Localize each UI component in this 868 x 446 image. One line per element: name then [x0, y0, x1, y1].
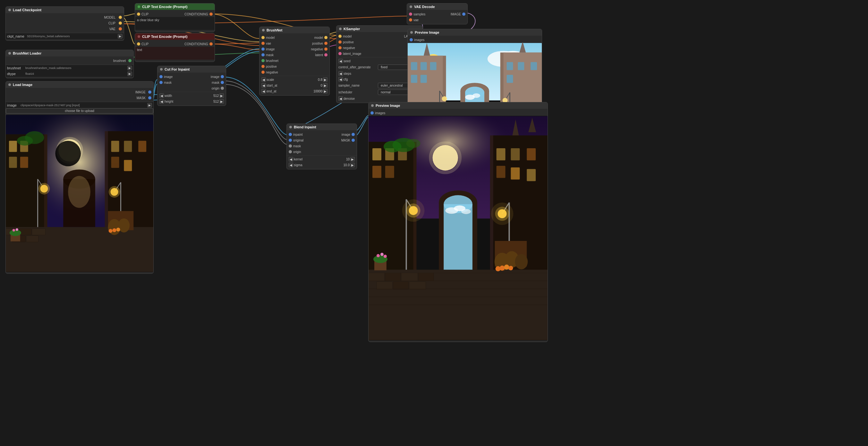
- bn-brushnet-in[interactable]: [261, 59, 265, 62]
- clip-in-label: CLIP: [142, 12, 175, 16]
- vd-image-out[interactable]: [462, 12, 465, 16]
- steps-minus[interactable]: ◀: [338, 71, 343, 76]
- vd-vae-in[interactable]: [409, 18, 412, 22]
- brushnet-out-port[interactable]: [128, 59, 131, 62]
- mask-out-port[interactable]: [148, 96, 151, 99]
- bn-model-in[interactable]: [261, 36, 265, 39]
- kernel-minus[interactable]: ◀: [289, 157, 293, 161]
- svg-rect-109: [372, 166, 381, 178]
- vd-samples-row: samples IMAGE: [407, 11, 467, 17]
- svg-point-158: [380, 253, 384, 256]
- ks-model-in[interactable]: [338, 35, 342, 38]
- bi-original-in[interactable]: [289, 139, 292, 142]
- bn-negative-label: negative: [266, 70, 328, 74]
- image-browse-btn[interactable]: ▶: [147, 103, 152, 108]
- sigma-minus[interactable]: ◀: [289, 163, 293, 167]
- clip-encode-2-body: CLIP CONDITIONING text: [135, 40, 215, 62]
- svg-point-37: [117, 228, 120, 232]
- cfi-mask-out-label: mask: [192, 81, 220, 84]
- height-minus[interactable]: ◀: [159, 99, 164, 103]
- vae-port-out[interactable]: [119, 27, 122, 30]
- conditioning-out-port-2[interactable]: [210, 42, 213, 46]
- svg-point-80: [442, 96, 447, 101]
- svg-rect-54: [411, 62, 417, 70]
- ks-negative-in[interactable]: [338, 46, 342, 50]
- svg-point-153: [496, 266, 501, 271]
- cfi-image-out[interactable]: [221, 75, 224, 78]
- bn-positive-out[interactable]: [324, 42, 328, 45]
- kernel-plus[interactable]: ▶: [350, 157, 355, 161]
- ks-positive-in[interactable]: [338, 40, 342, 43]
- scheduler-label: scheduler: [338, 90, 378, 94]
- clip-in-port[interactable]: [137, 12, 140, 16]
- positive-prompt-textarea[interactable]: a clear blue sky: [135, 17, 215, 30]
- dtype-label: dtype: [7, 72, 25, 76]
- cfg-minus[interactable]: ◀: [338, 77, 343, 82]
- svg-rect-9: [20, 156, 28, 168]
- clip-port-out[interactable]: [119, 22, 122, 25]
- brushnet-browse-btn[interactable]: ▶: [127, 66, 132, 70]
- end-at-plus[interactable]: ▶: [323, 89, 328, 93]
- start-at-plus[interactable]: ▶: [323, 83, 328, 88]
- bi-mask-out[interactable]: [351, 139, 355, 142]
- brushnet-loader-header: BrushNet Loader: [6, 50, 133, 57]
- brushnet-out-row: brushnet: [6, 58, 133, 63]
- svg-point-22: [38, 183, 50, 195]
- choose-file-btn[interactable]: choose file to upload: [6, 108, 153, 114]
- start-at-minus[interactable]: ◀: [261, 83, 266, 88]
- negative-prompt-textarea[interactable]: text: [135, 47, 215, 60]
- svg-point-112: [384, 141, 402, 152]
- height-plus[interactable]: ▶: [219, 99, 224, 103]
- bn-mask-label: mask: [266, 53, 294, 57]
- svg-point-113: [406, 139, 421, 148]
- scale-minus[interactable]: ◀: [261, 77, 266, 82]
- bn-positive-in[interactable]: [261, 65, 265, 68]
- bn-model-out[interactable]: [324, 36, 328, 39]
- seed-label: seed: [344, 59, 405, 63]
- clip-in-row: CLIP CONDITIONING: [135, 11, 215, 17]
- bn-image-label: image: [266, 48, 294, 51]
- bn-image-in[interactable]: [261, 48, 265, 51]
- clip-in-port-2[interactable]: [137, 42, 140, 46]
- pi1-images-row: images: [408, 37, 542, 43]
- model-port-out[interactable]: [119, 16, 122, 19]
- ks-latent-in[interactable]: [338, 52, 342, 55]
- bi-mask-in[interactable]: [289, 144, 292, 148]
- bn-negative-out[interactable]: [324, 48, 328, 51]
- bn-vae-in[interactable]: [261, 42, 265, 45]
- bi-image-out[interactable]: [351, 133, 355, 136]
- vae-decode-node: VAE Decode samples IMAGE vae: [407, 3, 468, 24]
- sampler-name-label: sampler_name: [338, 84, 378, 87]
- scale-plus[interactable]: ▶: [323, 77, 328, 82]
- width-minus[interactable]: ◀: [159, 93, 164, 98]
- vae-decode-title: VAE Decode: [414, 5, 435, 9]
- svg-point-133: [491, 203, 514, 225]
- image-out-port[interactable]: [148, 90, 151, 94]
- bn-model-row: model model: [259, 35, 330, 40]
- node-dot: [410, 31, 413, 34]
- bn-latent-out[interactable]: [324, 53, 328, 57]
- cfi-mask-in[interactable]: [159, 81, 163, 84]
- cfi-origin-out[interactable]: [221, 87, 224, 90]
- cfi-image-in[interactable]: [159, 75, 163, 78]
- svg-point-152: [504, 265, 509, 270]
- bn-negative-in[interactable]: [261, 70, 265, 74]
- bi-inpaint-in[interactable]: [289, 133, 292, 136]
- end-at-minus[interactable]: ◀: [261, 89, 266, 93]
- svg-rect-6: [9, 141, 17, 152]
- seed-minus[interactable]: ◀: [338, 59, 343, 63]
- svg-point-159: [384, 255, 387, 258]
- bn-mask-in[interactable]: [261, 53, 265, 57]
- dtype-btn[interactable]: ▶: [127, 71, 132, 76]
- cut-for-inpaint-title: Cut For Inpaint: [164, 67, 190, 71]
- cfi-mask-out[interactable]: [221, 81, 224, 84]
- vd-samples-in[interactable]: [409, 12, 412, 16]
- conditioning-out-port[interactable]: [210, 12, 213, 16]
- pi1-images-in[interactable]: [410, 38, 413, 41]
- bi-origin-in[interactable]: [289, 150, 292, 153]
- width-plus[interactable]: ▶: [219, 93, 224, 98]
- ckpt-browse-btn[interactable]: ▶: [118, 34, 123, 38]
- pi2-images-in[interactable]: [371, 111, 374, 115]
- denoise-minus[interactable]: ◀: [338, 96, 343, 101]
- sigma-plus[interactable]: ▶: [350, 163, 355, 167]
